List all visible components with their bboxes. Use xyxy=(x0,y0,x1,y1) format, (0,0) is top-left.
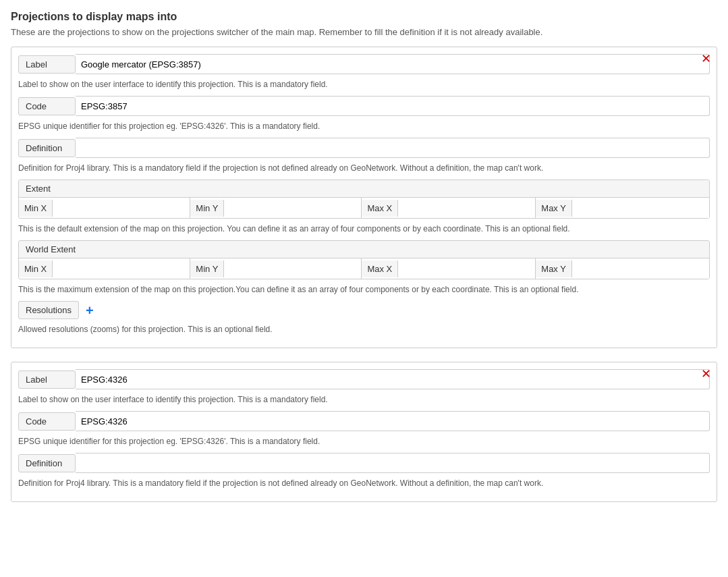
label-desc-1: Label to show on the user interface to i… xyxy=(18,80,710,89)
extent-max-x-input-1[interactable] xyxy=(398,198,536,218)
extent-max-y-input-1[interactable] xyxy=(572,198,709,218)
label-desc-2: Label to show on the user interface to i… xyxy=(18,395,710,404)
resolutions-row-1: Resolutions + xyxy=(18,301,710,319)
world-extent-max-y-input-1[interactable] xyxy=(572,258,709,279)
definition-desc-1: Definition for Proj4 library. This is a … xyxy=(18,163,710,173)
code-desc-2: EPSG unique identifier for this projecti… xyxy=(18,437,710,446)
extent-desc-1: This is the default extension of the map… xyxy=(18,224,710,233)
definition-field-label-1: Definition xyxy=(18,139,76,157)
label-field-label-2: Label xyxy=(18,370,76,389)
definition-row-1: Definition xyxy=(18,138,710,158)
extent-group-1: Extent Min X Min Y Max X Max Y xyxy=(18,180,710,219)
world-extent-desc-1: This is the maximum extension of the map… xyxy=(18,285,710,294)
extent-min-y-label-1: Min Y xyxy=(190,200,224,217)
world-extent-min-y-label-1: Min Y xyxy=(190,260,224,277)
remove-projection-1-button[interactable]: ✕ xyxy=(701,53,711,65)
resolutions-desc-1: Allowed resolutions (zooms) for this pro… xyxy=(18,325,710,334)
world-extent-min-y-input-1[interactable] xyxy=(224,258,362,279)
world-extent-coords-1: Min X Min Y Max X Max Y xyxy=(19,258,709,279)
code-field-label-2: Code xyxy=(18,412,76,431)
extent-min-x-label-1: Min X xyxy=(19,200,53,217)
world-extent-max-x-input-1[interactable] xyxy=(398,258,536,279)
extent-header-1: Extent xyxy=(19,180,709,198)
resolutions-label-1: Resolutions xyxy=(18,301,79,319)
label-input-1[interactable] xyxy=(76,54,710,74)
projection-block-2: ✕ Label Label to show on the user interf… xyxy=(11,362,717,502)
extent-min-x-input-1[interactable] xyxy=(53,198,190,218)
add-resolution-button-1[interactable]: + xyxy=(86,304,94,317)
world-extent-header-1: World Extent xyxy=(19,241,709,258)
code-row-2: Code xyxy=(18,411,710,431)
page-subtitle: These are the projections to show on the… xyxy=(11,27,717,37)
world-extent-max-x-label-1: Max X xyxy=(362,260,398,277)
world-extent-min-x-input-1[interactable] xyxy=(53,258,190,279)
world-extent-min-x-label-1: Min X xyxy=(19,260,53,277)
definition-field-label-2: Definition xyxy=(18,454,76,472)
definition-input-1[interactable] xyxy=(76,138,710,158)
extent-coords-1: Min X Min Y Max X Max Y xyxy=(19,198,709,218)
label-field-label-1: Label xyxy=(18,55,76,74)
projection-block-1: ✕ Label Label to show on the user interf… xyxy=(11,47,717,348)
code-field-label-1: Code xyxy=(18,97,76,115)
definition-desc-2: Definition for Proj4 library. This is a … xyxy=(18,478,710,488)
remove-projection-2-button[interactable]: ✕ xyxy=(701,368,711,380)
code-input-1[interactable] xyxy=(76,96,710,116)
extent-min-y-input-1[interactable] xyxy=(224,198,362,218)
extent-max-x-label-1: Max X xyxy=(362,200,398,217)
label-row-1: Label xyxy=(18,54,710,74)
label-row-2: Label xyxy=(18,369,710,389)
code-desc-1: EPSG unique identifier for this projecti… xyxy=(18,121,710,131)
code-input-2[interactable] xyxy=(76,411,710,431)
definition-input-2[interactable] xyxy=(76,453,710,473)
label-input-2[interactable] xyxy=(76,369,710,389)
definition-row-2: Definition xyxy=(18,453,710,473)
world-extent-max-y-label-1: Max Y xyxy=(536,260,572,277)
code-row-1: Code xyxy=(18,96,710,116)
world-extent-group-1: World Extent Min X Min Y Max X Max Y xyxy=(18,240,710,279)
extent-max-y-label-1: Max Y xyxy=(536,200,572,217)
page-title: Projections to display maps into xyxy=(11,11,717,23)
